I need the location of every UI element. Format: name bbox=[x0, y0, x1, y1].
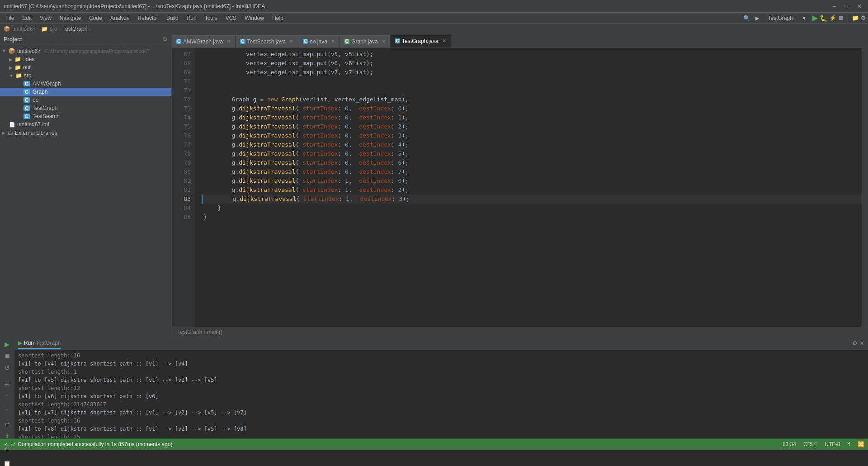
run-panel-settings-button[interactable]: ⚙ bbox=[852, 340, 858, 347]
run-button[interactable]: ▶ bbox=[812, 14, 818, 22]
tree-item-testsearch[interactable]: C TestSearch bbox=[0, 112, 171, 120]
breadcrumb-src[interactable]: src bbox=[50, 26, 57, 32]
status-left: ✓ ✓ Compilation completed successfully i… bbox=[4, 441, 172, 447]
tree-arrow-src: ▼ bbox=[9, 73, 14, 78]
run-filter-button[interactable]: ☰ bbox=[1, 379, 14, 390]
menu-help[interactable]: Help bbox=[269, 14, 287, 22]
restore-button[interactable]: □ bbox=[842, 3, 851, 10]
run-config-label: TestGraph bbox=[764, 14, 796, 22]
status-line-ending[interactable]: CRLF bbox=[803, 441, 817, 447]
output-line-2: [v1] to [v4] dijkstra shortest path :: [… bbox=[18, 360, 864, 368]
run-tab-config: TestGraph bbox=[36, 340, 61, 346]
tree-item-ext-libs[interactable]: ▶ 🗂 External Libraries bbox=[0, 128, 171, 137]
idea-folder-icon: 📁 bbox=[14, 56, 21, 62]
run-scroll-end-button[interactable]: ↡ bbox=[1, 430, 14, 441]
run-tab[interactable]: ▶ Run TestGraph bbox=[18, 338, 61, 349]
tree-label-out: out bbox=[23, 64, 31, 71]
run-with-coverage-button[interactable]: ⚡ bbox=[829, 14, 836, 21]
tree-item-out[interactable]: ▶ 📁 out bbox=[0, 63, 171, 71]
graph-java-icon: C bbox=[24, 89, 30, 95]
tree-item-project[interactable]: ▼ 📦 untitled67 C:\Users\yuanhongming\Ide… bbox=[0, 47, 171, 55]
status-message: ✓ Compilation completed successfully in … bbox=[12, 441, 172, 447]
tree-item-iml[interactable]: 📄 untitled67.iml bbox=[0, 120, 171, 128]
status-indent[interactable]: 4 bbox=[847, 441, 850, 447]
run-soft-wrap-button[interactable]: ⇄ bbox=[1, 418, 14, 429]
minimize-button[interactable]: – bbox=[830, 3, 839, 10]
output-line-7: shortest length::2147483647 bbox=[18, 400, 864, 409]
status-right: 83:34 CRLF UTF-8 4 🔀 bbox=[783, 441, 864, 447]
breadcrumb-project[interactable]: 📦 bbox=[4, 26, 10, 32]
editor-area: C AMWGraph.java ✕ C TestSearch.java ✕ C … bbox=[172, 34, 868, 337]
code-line-82: g.dijkstraTravasal( startIndex: 1, destI… bbox=[202, 185, 862, 195]
tab-testgraph[interactable]: C TestGraph.java ✕ bbox=[391, 35, 451, 48]
menu-build[interactable]: Build bbox=[163, 14, 182, 22]
menu-tools[interactable]: Tools bbox=[201, 14, 221, 22]
stop-button[interactable]: ⏹ bbox=[838, 14, 844, 21]
iml-icon: 📄 bbox=[9, 122, 15, 128]
menu-navigate[interactable]: Navigate bbox=[56, 14, 85, 22]
project-structure-button[interactable]: 📁 bbox=[852, 14, 859, 21]
status-encoding[interactable]: UTF-8 bbox=[825, 441, 840, 447]
run-settings-button[interactable]: 📋 bbox=[1, 458, 14, 466]
menu-run[interactable]: Run bbox=[183, 14, 200, 22]
code-line-84: } bbox=[202, 204, 862, 213]
tab-close-testsearch[interactable]: ✕ bbox=[289, 38, 293, 44]
project-icon: 📦 bbox=[8, 48, 15, 54]
status-bar: ✓ ✓ Compilation completed successfully i… bbox=[0, 438, 868, 450]
run-previous-button[interactable]: ↑ bbox=[1, 390, 14, 401]
run-rerun-button[interactable]: ↺ bbox=[1, 362, 14, 373]
menu-window[interactable]: Window bbox=[241, 14, 268, 22]
run-stop-button[interactable]: ⏹ bbox=[1, 351, 14, 361]
breadcrumb-sep2: › bbox=[59, 26, 61, 32]
menu-refactor[interactable]: Refactor bbox=[134, 14, 162, 22]
project-sidebar: Project ⚙ ▼ 📦 untitled67 C:\Users\yuanho… bbox=[0, 34, 172, 337]
oo-java-icon: C bbox=[24, 97, 30, 103]
menu-edit[interactable]: Edit bbox=[19, 14, 35, 22]
run-play-button[interactable]: ▶ bbox=[1, 339, 14, 350]
breadcrumb-file[interactable]: TestGraph bbox=[62, 26, 87, 32]
tab-testsearch[interactable]: C TestSearch.java ✕ bbox=[236, 35, 298, 48]
tab-close-amwgraph[interactable]: ✕ bbox=[226, 38, 231, 44]
tree-item-oo[interactable]: C oo bbox=[0, 96, 171, 104]
tree-item-src[interactable]: ▼ 📁 src bbox=[0, 71, 171, 80]
tab-oo[interactable]: C oo.java ✕ bbox=[298, 35, 340, 48]
settings-button[interactable]: ⚙ bbox=[861, 14, 866, 21]
run-side-toolbar: ▶ ⏹ ↺ ☰ ↑ ↓ ⇄ ↡ 🖨 📋 bbox=[0, 337, 14, 438]
tab-label-amwgraph: AMWGraph.java bbox=[183, 38, 223, 45]
tab-close-graph[interactable]: ✕ bbox=[382, 38, 386, 44]
sidebar-gear-icon[interactable]: ⚙ bbox=[163, 36, 168, 43]
run-panel-close-button[interactable]: ✕ bbox=[859, 340, 864, 347]
code-line-78: g.dijkstraTravasal( startIndex: 0, destI… bbox=[202, 149, 862, 158]
search-everywhere-button[interactable]: 🔍 bbox=[743, 15, 750, 21]
debug-button[interactable]: 🐛 bbox=[820, 14, 827, 22]
menu-view[interactable]: View bbox=[36, 14, 55, 22]
bottom-panel: ▶ ⏹ ↺ ☰ ↑ ↓ ⇄ ↡ 🖨 📋 ▶ Run TestGraph bbox=[0, 337, 868, 438]
menu-analyze[interactable]: Analyze bbox=[107, 14, 133, 22]
tab-amwgraph[interactable]: C AMWGraph.java ✕ bbox=[172, 35, 236, 48]
tree-arrow-ext: ▶ bbox=[2, 130, 5, 135]
menu-vcs[interactable]: VCS bbox=[222, 14, 241, 22]
close-button[interactable]: ✕ bbox=[854, 3, 864, 10]
code-content[interactable]: vertex_edgeList_map.put(v5, v5List); ver… bbox=[194, 48, 862, 327]
tree-item-testgraph[interactable]: C TestGraph bbox=[0, 104, 171, 112]
tree-item-idea[interactable]: ▶ 📁 .idea bbox=[0, 55, 171, 63]
tab-close-testgraph[interactable]: ✕ bbox=[442, 38, 446, 44]
breadcrumb-folder-icon: 📁 bbox=[41, 26, 48, 32]
tree-item-amwgraph[interactable]: C AMWGraph bbox=[0, 80, 171, 88]
breadcrumb-project-label[interactable]: untitled67 bbox=[12, 26, 36, 32]
line-numbers: 67 68 69 70 71 72 73 74 75 76 77 78 79 8… bbox=[172, 48, 194, 327]
run-tab-label: Run bbox=[24, 340, 34, 346]
run-config-selector[interactable]: ▶ TestGraph ▼ bbox=[752, 15, 811, 21]
output-line-8: [v1] to [v7] dijkstra shortest path :: [… bbox=[18, 409, 864, 417]
tree-item-graph[interactable]: C Graph bbox=[0, 88, 171, 96]
tab-graph[interactable]: C Graph.java ✕ bbox=[340, 35, 391, 48]
output-line-6: [v1] to [v6] dijkstra shortest path :: [… bbox=[18, 392, 864, 400]
menu-file[interactable]: File bbox=[2, 14, 18, 22]
status-position[interactable]: 83:34 bbox=[783, 441, 796, 447]
right-gutter bbox=[862, 48, 868, 327]
src-folder-icon: 📁 bbox=[15, 72, 22, 79]
tree-label-iml: untitled67.iml bbox=[17, 121, 49, 128]
tab-close-oo[interactable]: ✕ bbox=[331, 38, 335, 44]
menu-code[interactable]: Code bbox=[85, 14, 106, 22]
run-next-button[interactable]: ↓ bbox=[1, 402, 14, 413]
